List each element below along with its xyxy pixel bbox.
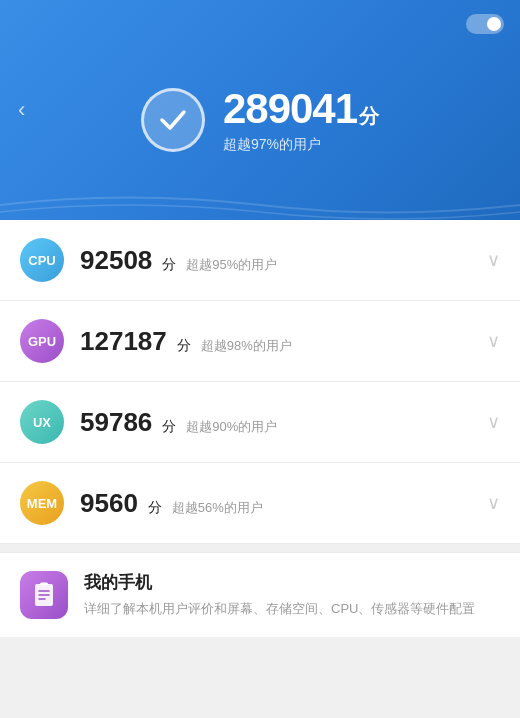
cpu-badge: CPU xyxy=(20,238,64,282)
my-phone-icon xyxy=(20,571,68,619)
gpu-percentile: 超越98%的用户 xyxy=(201,337,292,355)
cpu-score-unit: 分 xyxy=(162,256,176,274)
toggle-switch[interactable] xyxy=(466,14,504,34)
toggle-knob xyxy=(487,17,501,31)
cpu-score: 92508 xyxy=(80,245,152,276)
ux-score-item[interactable]: UX 59786 分 超越90%的用户 ∨ xyxy=(0,382,520,463)
header-section: ‹ 289041 分 超越97%的用户 xyxy=(0,0,520,220)
header-decoration xyxy=(0,190,520,220)
mem-score-unit: 分 xyxy=(148,499,162,517)
score-items-list: CPU 92508 分 超越95%的用户 ∨ GPU 127187 分 超越98… xyxy=(0,220,520,544)
main-score: 289041 xyxy=(223,86,357,132)
gpu-chevron-icon: ∨ xyxy=(487,330,500,352)
ux-score: 59786 xyxy=(80,407,152,438)
score-row: 289041 分 超越97%的用户 xyxy=(141,86,379,154)
ux-score-block: 59786 分 超越90%的用户 xyxy=(80,407,477,438)
back-button[interactable]: ‹ xyxy=(18,97,25,123)
cpu-chevron-icon: ∨ xyxy=(487,249,500,271)
svg-rect-1 xyxy=(40,583,48,586)
cpu-score-block: 92508 分 超越95%的用户 xyxy=(80,245,477,276)
checkmark-svg xyxy=(156,103,190,137)
ux-badge: UX xyxy=(20,400,64,444)
my-phone-text-block: 我的手机 详细了解本机用户评价和屏幕、存储空间、CPU、传感器等硬件配置 xyxy=(84,571,500,619)
my-phone-title: 我的手机 xyxy=(84,571,500,594)
mem-percentile: 超越56%的用户 xyxy=(172,499,263,517)
my-phone-description: 详细了解本机用户评价和屏幕、存储空间、CPU、传感器等硬件配置 xyxy=(84,599,500,619)
mem-badge: MEM xyxy=(20,481,64,525)
ux-score-unit: 分 xyxy=(162,418,176,436)
gpu-badge: GPU xyxy=(20,319,64,363)
gpu-score: 127187 xyxy=(80,326,167,357)
gpu-score-unit: 分 xyxy=(177,337,191,355)
check-circle-icon xyxy=(141,88,205,152)
cpu-score-item[interactable]: CPU 92508 分 超越95%的用户 ∨ xyxy=(0,220,520,301)
gpu-score-block: 127187 分 超越98%的用户 xyxy=(80,326,477,357)
score-unit: 分 xyxy=(359,103,379,130)
mem-score-block: 9560 分 超越56%的用户 xyxy=(80,488,477,519)
score-text-block: 289041 分 超越97%的用户 xyxy=(223,86,379,154)
ux-chevron-icon: ∨ xyxy=(487,411,500,433)
mem-score-item[interactable]: MEM 9560 分 超越56%的用户 ∨ xyxy=(0,463,520,544)
my-phone-section[interactable]: 我的手机 详细了解本机用户评价和屏幕、存储空间、CPU、传感器等硬件配置 xyxy=(0,552,520,637)
ux-percentile: 超越90%的用户 xyxy=(186,418,277,436)
score-subtitle: 超越97%的用户 xyxy=(223,136,379,154)
gpu-score-item[interactable]: GPU 127187 分 超越98%的用户 ∨ xyxy=(0,301,520,382)
cpu-percentile: 超越95%的用户 xyxy=(186,256,277,274)
mem-score: 9560 xyxy=(80,488,138,519)
clipboard-icon xyxy=(31,582,57,608)
mem-chevron-icon: ∨ xyxy=(487,492,500,514)
